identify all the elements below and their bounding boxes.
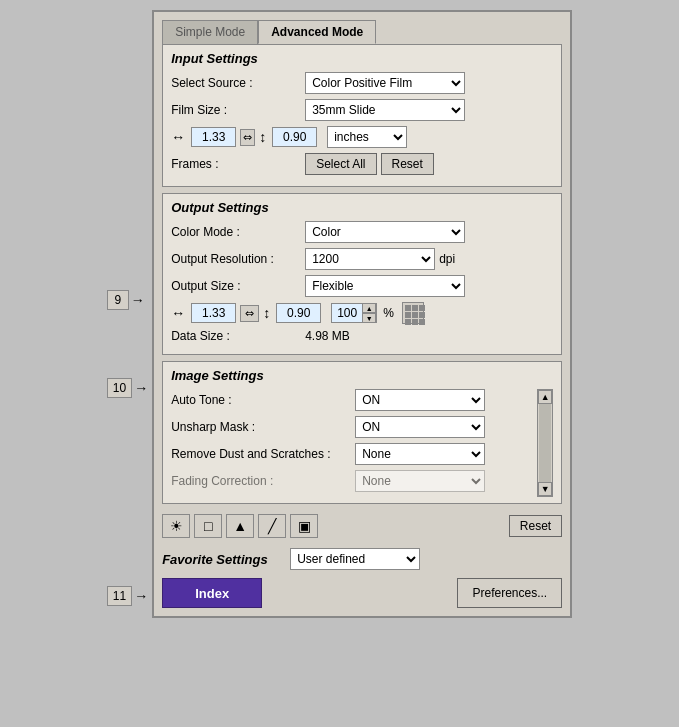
color-tool-button[interactable]: ▣	[290, 514, 318, 538]
scroll-track	[539, 404, 551, 482]
percent-up-button[interactable]: ▲	[362, 303, 376, 313]
dust-scratches-dropdown[interactable]: None	[355, 443, 485, 465]
label-box-10: 10	[107, 378, 132, 398]
percent-down-button[interactable]: ▼	[362, 313, 376, 323]
tab-simple[interactable]: Simple Mode	[162, 20, 258, 44]
dpi-label: dpi	[439, 252, 455, 266]
side-label-10: 10 →	[107, 378, 148, 398]
unit-dropdown[interactable]: inches	[327, 126, 407, 148]
label-box-9: 9	[107, 290, 129, 310]
output-res-label: Output Resolution :	[171, 252, 301, 266]
frames-label: Frames :	[171, 157, 301, 171]
favorite-settings-row: Favorite Settings User defined	[162, 548, 562, 570]
output-size-dropdown[interactable]: Flexible	[305, 275, 465, 297]
output-size-label: Output Size :	[171, 279, 301, 293]
side-labels: 9 → 10 → 11 →	[107, 10, 148, 606]
image-settings-inner: Auto Tone : ON Unsharp Mask : ON	[171, 389, 553, 497]
select-source-row: Select Source : Color Positive Film	[171, 72, 553, 94]
color-mode-row: Color Mode : Color	[171, 221, 553, 243]
output-res-dropdown[interactable]: 1200	[305, 248, 435, 270]
input-settings-title: Input Settings	[171, 51, 553, 66]
color-mode-label: Color Mode :	[171, 225, 301, 239]
height-icon: ↕	[259, 129, 266, 145]
bottom-buttons-row: Index Preferences...	[162, 578, 562, 608]
reset-frames-button[interactable]: Reset	[381, 153, 434, 175]
side-label-9: 9 →	[107, 290, 148, 310]
favorite-settings-dropdown[interactable]: User defined	[290, 548, 420, 570]
unsharp-mask-label: Unsharp Mask :	[171, 420, 351, 434]
select-source-dropdown[interactable]: Color Positive Film	[305, 72, 465, 94]
unsharp-mask-row: Unsharp Mask : ON	[171, 416, 537, 438]
film-size-dropdown[interactable]: 35mm Slide	[305, 99, 465, 121]
link-dimensions-icon[interactable]: ⇔	[240, 129, 255, 146]
scroll-up-button[interactable]: ▲	[538, 390, 552, 404]
auto-tone-dropdown[interactable]: ON	[355, 389, 485, 411]
output-settings-section: Output Settings Color Mode : Color Outpu…	[162, 193, 562, 355]
output-height-icon: ↕	[263, 305, 270, 321]
label-box-11: 11	[107, 586, 132, 606]
frames-row: Frames : Select All Reset	[171, 153, 553, 175]
arrow-11: →	[134, 588, 148, 604]
index-button[interactable]: Index	[162, 578, 262, 608]
dust-scratches-row: Remove Dust and Scratches : None	[171, 443, 537, 465]
output-width-input[interactable]	[191, 303, 236, 323]
output-dims-row: ↔ ⇔ ↕ ▲ ▼ %	[171, 302, 553, 324]
preferences-button[interactable]: Preferences...	[457, 578, 562, 608]
film-size-row: Film Size : 35mm Slide	[171, 99, 553, 121]
input-settings-section: Input Settings Select Source : Color Pos…	[162, 44, 562, 187]
grid-icon[interactable]	[402, 302, 424, 324]
fading-dropdown[interactable]: None	[355, 470, 485, 492]
unsharp-mask-dropdown[interactable]: ON	[355, 416, 485, 438]
select-all-button[interactable]: Select All	[305, 153, 376, 175]
image-settings-title: Image Settings	[171, 368, 553, 383]
data-size-label: Data Size :	[171, 329, 301, 343]
output-link-icon[interactable]: ⇔	[240, 305, 259, 322]
output-res-row: Output Resolution : 1200 dpi	[171, 248, 553, 270]
dust-scratches-label: Remove Dust and Scratches :	[171, 447, 351, 461]
tab-advanced[interactable]: Advanced Mode	[258, 20, 376, 44]
histogram-tool-button[interactable]: ▲	[226, 514, 254, 538]
height-input[interactable]	[272, 127, 317, 147]
fading-row: Fading Correction : None	[171, 470, 537, 492]
image-settings-section: Image Settings Auto Tone : ON Unsharp Ma…	[162, 361, 562, 504]
output-width-icon: ↔	[171, 305, 185, 321]
width-input[interactable]	[191, 127, 236, 147]
width-icon: ↔	[171, 129, 185, 145]
output-size-row: Output Size : Flexible	[171, 275, 553, 297]
curve-tool-button[interactable]: ╱	[258, 514, 286, 538]
pct-label: %	[383, 306, 394, 320]
brightness-tool-button[interactable]: ☀	[162, 514, 190, 538]
fading-label: Fading Correction :	[171, 474, 351, 488]
film-size-label: Film Size :	[171, 103, 301, 117]
tab-bar: Simple Mode Advanced Mode	[162, 20, 562, 44]
side-label-11: 11 →	[107, 586, 148, 606]
color-mode-dropdown[interactable]: Color	[305, 221, 465, 243]
output-settings-title: Output Settings	[171, 200, 553, 215]
percent-input[interactable]	[332, 304, 362, 322]
toolbar-row: ☀ □ ▲ ╱ ▣ Reset	[162, 510, 562, 542]
select-source-label: Select Source :	[171, 76, 301, 90]
favorite-settings-label: Favorite Settings	[162, 552, 282, 567]
main-panel: Simple Mode Advanced Mode Input Settings…	[152, 10, 572, 618]
output-height-input[interactable]	[276, 303, 321, 323]
main-wrapper: 9 → 10 → 11 → Simple Mode Advanced Mode	[107, 10, 572, 618]
arrow-10: →	[134, 380, 148, 396]
auto-tone-row: Auto Tone : ON	[171, 389, 537, 411]
contrast-tool-button[interactable]: □	[194, 514, 222, 538]
data-size-value: 4.98 MB	[305, 329, 350, 343]
image-settings-scrollbar[interactable]: ▲ ▼	[537, 389, 553, 497]
toolbar-reset-button[interactable]: Reset	[509, 515, 562, 537]
arrow-9: →	[131, 292, 145, 308]
auto-tone-label: Auto Tone :	[171, 393, 351, 407]
dimensions-row: ↔ ⇔ ↕ inches	[171, 126, 553, 148]
scroll-down-button[interactable]: ▼	[538, 482, 552, 496]
data-size-row: Data Size : 4.98 MB	[171, 329, 553, 343]
image-fields: Auto Tone : ON Unsharp Mask : ON	[171, 389, 537, 497]
